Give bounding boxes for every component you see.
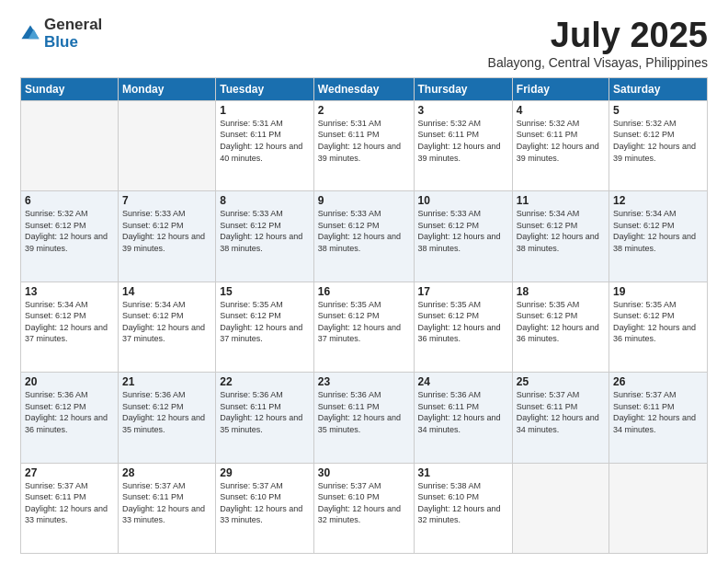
calendar-cell: 28Sunrise: 5:37 AM Sunset: 6:11 PM Dayli… <box>119 463 216 553</box>
calendar-cell: 24Sunrise: 5:36 AM Sunset: 6:11 PM Dayli… <box>414 373 512 463</box>
day-info: Sunrise: 5:35 AM Sunset: 6:12 PM Dayligh… <box>318 299 410 345</box>
day-info: Sunrise: 5:33 AM Sunset: 6:12 PM Dayligh… <box>318 208 410 254</box>
day-number: 22 <box>220 375 310 388</box>
calendar-cell <box>119 100 216 190</box>
calendar-cell <box>21 100 119 190</box>
week-row-5: 27Sunrise: 5:37 AM Sunset: 6:11 PM Dayli… <box>21 463 708 553</box>
week-row-1: 1Sunrise: 5:31 AM Sunset: 6:11 PM Daylig… <box>21 100 708 190</box>
day-info: Sunrise: 5:34 AM Sunset: 6:12 PM Dayligh… <box>122 299 211 345</box>
day-number: 30 <box>318 466 410 479</box>
week-row-3: 13Sunrise: 5:34 AM Sunset: 6:12 PM Dayli… <box>21 282 708 372</box>
day-number: 11 <box>517 194 605 207</box>
day-number: 1 <box>220 104 310 117</box>
day-info: Sunrise: 5:35 AM Sunset: 6:12 PM Dayligh… <box>517 299 605 345</box>
header-row: SundayMondayTuesdayWednesdayThursdayFrid… <box>21 77 708 100</box>
logo-text: General Blue <box>44 17 102 51</box>
day-info: Sunrise: 5:31 AM Sunset: 6:11 PM Dayligh… <box>220 118 310 164</box>
calendar-cell: 25Sunrise: 5:37 AM Sunset: 6:11 PM Dayli… <box>512 373 609 463</box>
day-number: 18 <box>517 285 605 298</box>
day-info: Sunrise: 5:37 AM Sunset: 6:11 PM Dayligh… <box>122 480 211 526</box>
day-info: Sunrise: 5:34 AM Sunset: 6:12 PM Dayligh… <box>517 208 605 254</box>
day-number: 24 <box>418 375 508 388</box>
day-number: 28 <box>122 466 211 479</box>
day-number: 5 <box>613 104 703 117</box>
calendar-cell: 30Sunrise: 5:37 AM Sunset: 6:10 PM Dayli… <box>313 463 414 553</box>
calendar-cell: 11Sunrise: 5:34 AM Sunset: 6:12 PM Dayli… <box>512 191 609 282</box>
page-header: General Blue July 2025 Balayong, Central… <box>20 17 708 70</box>
day-number: 23 <box>318 375 410 388</box>
logo: General Blue <box>20 17 102 51</box>
day-number: 21 <box>122 375 211 388</box>
calendar-cell: 5Sunrise: 5:32 AM Sunset: 6:12 PM Daylig… <box>609 100 708 190</box>
day-number: 17 <box>418 285 508 298</box>
day-info: Sunrise: 5:33 AM Sunset: 6:12 PM Dayligh… <box>418 208 508 254</box>
subtitle: Balayong, Central Visayas, Philippines <box>488 55 708 70</box>
col-header-sunday: Sunday <box>21 77 119 100</box>
week-row-4: 20Sunrise: 5:36 AM Sunset: 6:12 PM Dayli… <box>21 373 708 463</box>
calendar-cell <box>512 463 609 553</box>
day-info: Sunrise: 5:37 AM Sunset: 6:10 PM Dayligh… <box>220 480 310 526</box>
day-number: 12 <box>613 194 703 207</box>
calendar-cell: 14Sunrise: 5:34 AM Sunset: 6:12 PM Dayli… <box>119 282 216 372</box>
calendar-cell: 9Sunrise: 5:33 AM Sunset: 6:12 PM Daylig… <box>313 191 414 282</box>
day-info: Sunrise: 5:36 AM Sunset: 6:11 PM Dayligh… <box>418 389 508 435</box>
day-info: Sunrise: 5:32 AM Sunset: 6:12 PM Dayligh… <box>613 118 703 164</box>
calendar-cell: 3Sunrise: 5:32 AM Sunset: 6:11 PM Daylig… <box>414 100 512 190</box>
day-number: 25 <box>517 375 605 388</box>
day-info: Sunrise: 5:36 AM Sunset: 6:12 PM Dayligh… <box>25 389 114 435</box>
calendar-cell: 16Sunrise: 5:35 AM Sunset: 6:12 PM Dayli… <box>313 282 414 372</box>
logo-general: General <box>44 17 102 34</box>
calendar-cell: 21Sunrise: 5:36 AM Sunset: 6:12 PM Dayli… <box>119 373 216 463</box>
day-number: 3 <box>418 104 508 117</box>
day-info: Sunrise: 5:38 AM Sunset: 6:10 PM Dayligh… <box>418 480 508 526</box>
day-info: Sunrise: 5:35 AM Sunset: 6:12 PM Dayligh… <box>220 299 310 345</box>
day-info: Sunrise: 5:36 AM Sunset: 6:11 PM Dayligh… <box>318 389 410 435</box>
day-info: Sunrise: 5:34 AM Sunset: 6:12 PM Dayligh… <box>25 299 114 345</box>
calendar-cell: 6Sunrise: 5:32 AM Sunset: 6:12 PM Daylig… <box>21 191 119 282</box>
logo-blue: Blue <box>44 34 102 52</box>
day-number: 13 <box>25 285 114 298</box>
day-number: 6 <box>25 194 114 207</box>
day-number: 4 <box>517 104 605 117</box>
day-number: 7 <box>122 194 211 207</box>
day-info: Sunrise: 5:33 AM Sunset: 6:12 PM Dayligh… <box>220 208 310 254</box>
day-number: 27 <box>25 466 114 479</box>
day-info: Sunrise: 5:32 AM Sunset: 6:11 PM Dayligh… <box>517 118 605 164</box>
day-number: 9 <box>318 194 410 207</box>
day-number: 20 <box>25 375 114 388</box>
calendar-cell: 22Sunrise: 5:36 AM Sunset: 6:11 PM Dayli… <box>216 373 314 463</box>
calendar-cell: 1Sunrise: 5:31 AM Sunset: 6:11 PM Daylig… <box>216 100 314 190</box>
calendar-cell: 2Sunrise: 5:31 AM Sunset: 6:11 PM Daylig… <box>313 100 414 190</box>
day-info: Sunrise: 5:32 AM Sunset: 6:11 PM Dayligh… <box>418 118 508 164</box>
calendar-cell: 4Sunrise: 5:32 AM Sunset: 6:11 PM Daylig… <box>512 100 609 190</box>
day-info: Sunrise: 5:35 AM Sunset: 6:12 PM Dayligh… <box>418 299 508 345</box>
day-info: Sunrise: 5:36 AM Sunset: 6:11 PM Dayligh… <box>220 389 310 435</box>
day-info: Sunrise: 5:37 AM Sunset: 6:11 PM Dayligh… <box>613 389 703 435</box>
calendar-cell: 27Sunrise: 5:37 AM Sunset: 6:11 PM Dayli… <box>21 463 119 553</box>
day-number: 2 <box>318 104 410 117</box>
day-info: Sunrise: 5:31 AM Sunset: 6:11 PM Dayligh… <box>318 118 410 164</box>
calendar-cell: 15Sunrise: 5:35 AM Sunset: 6:12 PM Dayli… <box>216 282 314 372</box>
calendar-cell: 29Sunrise: 5:37 AM Sunset: 6:10 PM Dayli… <box>216 463 314 553</box>
calendar-cell: 12Sunrise: 5:34 AM Sunset: 6:12 PM Dayli… <box>609 191 708 282</box>
title-block: July 2025 Balayong, Central Visayas, Phi… <box>488 17 708 70</box>
day-info: Sunrise: 5:32 AM Sunset: 6:12 PM Dayligh… <box>25 208 114 254</box>
calendar-cell: 26Sunrise: 5:37 AM Sunset: 6:11 PM Dayli… <box>609 373 708 463</box>
day-number: 31 <box>418 466 508 479</box>
calendar-cell: 20Sunrise: 5:36 AM Sunset: 6:12 PM Dayli… <box>21 373 119 463</box>
calendar-cell: 7Sunrise: 5:33 AM Sunset: 6:12 PM Daylig… <box>119 191 216 282</box>
calendar-cell: 18Sunrise: 5:35 AM Sunset: 6:12 PM Dayli… <box>512 282 609 372</box>
day-info: Sunrise: 5:34 AM Sunset: 6:12 PM Dayligh… <box>613 208 703 254</box>
calendar-cell: 10Sunrise: 5:33 AM Sunset: 6:12 PM Dayli… <box>414 191 512 282</box>
logo-icon <box>20 24 40 44</box>
col-header-monday: Monday <box>119 77 216 100</box>
day-info: Sunrise: 5:35 AM Sunset: 6:12 PM Dayligh… <box>613 299 703 345</box>
col-header-friday: Friday <box>512 77 609 100</box>
month-title: July 2025 <box>488 17 708 55</box>
day-info: Sunrise: 5:33 AM Sunset: 6:12 PM Dayligh… <box>122 208 211 254</box>
day-info: Sunrise: 5:37 AM Sunset: 6:10 PM Dayligh… <box>318 480 410 526</box>
col-header-thursday: Thursday <box>414 77 512 100</box>
calendar: SundayMondayTuesdayWednesdayThursdayFrid… <box>20 77 708 554</box>
day-number: 15 <box>220 285 310 298</box>
calendar-cell: 19Sunrise: 5:35 AM Sunset: 6:12 PM Dayli… <box>609 282 708 372</box>
